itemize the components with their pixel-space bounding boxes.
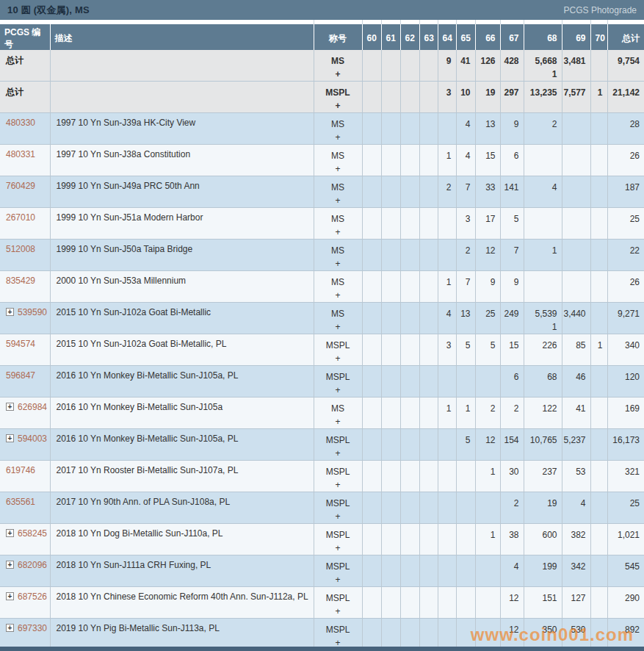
col-header-65[interactable]: 65 [456,24,475,50]
table-row: +6820962018 10 Yn Sun-J111a CRH Fuxing, … [0,555,644,587]
designation-cell: MS+ [314,208,362,240]
grade-65-cell [456,555,475,587]
grade-62-cell [400,555,419,587]
pcgs-number-link[interactable]: 619746 [6,465,35,475]
pcgs-number-link[interactable]: 596847 [6,370,35,381]
designation-line: + [314,131,362,144]
grade-64-cell [438,524,456,555]
grade-67-cell: 4 [500,555,524,587]
col-header-66[interactable]: 66 [475,24,500,50]
grade-62-cell [400,524,419,555]
grade-64-cell: 3 [438,82,456,113]
grade-70-cell [590,429,607,461]
row-total-cell: 340 [607,334,644,366]
col-header-69[interactable]: 69 [562,24,590,50]
designation-cell: MS+ [314,398,362,429]
grade-67-cell: 154 [500,429,524,461]
pcgs-number-link[interactable]: 682096 [18,560,47,570]
grade-63-cell [419,50,438,82]
designation-cell: MS+ [314,113,362,145]
pcgs-number-link[interactable]: 760429 [6,181,35,191]
col-header-pcgs-number[interactable]: PCGS 编号 [0,24,50,50]
pcgs-number-link[interactable]: 267010 [6,212,35,223]
description-cell: 2016 10 Yn Monkey Bi-Metallic Sun-J105a,… [50,366,314,398]
grade-60-cell [362,50,381,82]
description-cell: 2018 10 Yn Dog Bi-Metallic Sun-J110a, PL [50,524,314,555]
row-total-cell: 26 [607,145,644,176]
designation-line: MS [314,276,362,289]
row-total-cell: 120 [607,366,644,398]
col-header-63[interactable]: 63 [419,24,438,50]
grade-67-cell: 12 [500,587,524,619]
expand-icon[interactable]: + [6,624,14,632]
pcgs-number-link[interactable]: 635561 [6,497,35,507]
expand-icon[interactable]: + [6,561,14,569]
grade-60-cell [362,366,381,398]
grade-70-cell [590,303,607,334]
pcgs-number-link[interactable]: 539590 [18,307,47,317]
grade-60-cell [362,240,381,271]
description-cell: 1999 10 Yn Sun-J50a Taipa Bridge [50,240,314,271]
col-header-64[interactable]: 64 [438,24,456,50]
col-header-68[interactable]: 68 [524,24,562,50]
designation-line: MSPL [314,497,362,510]
grade-70-cell [590,208,607,240]
col-header-description[interactable]: 描述 [50,24,314,50]
title-bar: 10 圆 (双金属), MS PCGS Photograde [0,0,644,20]
grade-61-cell [381,208,400,240]
grade-67-cell: 249 [500,303,524,334]
col-header-total[interactable]: 总计 [607,24,644,50]
designation-line: MSPL [314,591,362,605]
row-total-cell: 25 [607,492,644,524]
col-header-designation[interactable]: 称号 [314,24,362,50]
expand-icon[interactable]: + [6,529,14,537]
grade-65-cell: 3 [456,208,475,240]
expand-icon[interactable]: + [6,308,14,316]
designation-line: MS [314,244,362,257]
grade-66-cell: 9 [475,271,500,303]
grade-64-cell [438,113,456,145]
pcgs-number-cell: +594003 [0,429,50,461]
pcgs-number-link[interactable]: 658245 [18,528,47,539]
pcgs-number-link[interactable]: 594003 [18,434,47,444]
pcgs-number-link[interactable]: 835429 [6,276,35,286]
grade-70-cell [590,587,607,619]
pcgs-number-link[interactable]: 480330 [6,118,35,128]
col-header-70[interactable]: 70 [590,24,607,50]
page-title: 10 圆 (双金属), MS [7,4,90,17]
description-cell: 2000 10 Yn Sun-J53a Millennium [50,271,314,303]
grade-67-cell: 141 [500,176,524,208]
grade-69-cell: 382 [562,524,590,555]
description-cell [50,82,314,113]
pcgs-number-link[interactable]: 480331 [6,149,35,159]
col-header-61[interactable]: 61 [381,24,400,50]
grade-60-cell [362,82,381,113]
col-header-62[interactable]: 62 [400,24,419,50]
pcgs-number-link[interactable]: 687526 [18,591,47,602]
table-row: +6973302019 10 Yn Pig Bi-Metallic Sun-J1… [0,619,644,650]
grade-63-cell [419,461,438,492]
grade-count-line: 1 [524,68,557,81]
photograde-link[interactable]: PCGS Photograde [564,5,637,15]
col-header-60[interactable]: 60 [362,24,381,50]
grade-68-cell [524,271,562,303]
pcgs-number-cell: +539590 [0,303,50,334]
description-cell: 2016 10 Yn Monkey Bi-Metallic Sun-J105a [50,398,314,429]
grade-66-cell: 2 [475,398,500,429]
grade-63-cell [419,145,438,176]
col-header-67[interactable]: 67 [500,24,524,50]
grade-64-cell: 3 [438,334,456,366]
grade-65-cell: 10 [456,82,475,113]
pcgs-number-link[interactable]: 626984 [18,402,47,412]
expand-icon[interactable]: + [6,592,14,600]
grade-63-cell [419,271,438,303]
pcgs-number-link[interactable]: 594574 [6,339,35,349]
designation-cell: MS+ [314,176,362,208]
expand-icon[interactable]: + [6,403,14,411]
grade-70-cell [590,366,607,398]
pcgs-number-link[interactable]: 512008 [6,244,35,254]
pcgs-number-link[interactable]: 697330 [18,623,47,633]
expand-icon[interactable]: + [6,434,14,442]
designation-line: + [314,352,362,365]
grade-65-cell [456,587,475,619]
